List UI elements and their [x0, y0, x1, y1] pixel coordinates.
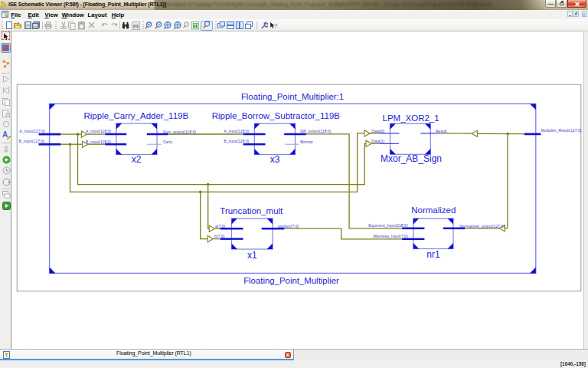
svg-text:Mxor_AB_Sign: Mxor_AB_Sign — [381, 153, 442, 164]
svg-text:B_input(118:0): B_input(118:0) — [224, 139, 249, 143]
svg-text:x2: x2 — [132, 154, 142, 165]
svg-text:LPM_XOR2_1: LPM_XOR2_1 — [383, 113, 439, 123]
svg-text:Data(1): Data(1) — [371, 139, 384, 143]
svg-text:Carry: Carry — [163, 140, 173, 144]
svg-text:Mantissa_Input(7:0): Mantissa_Input(7:0) — [374, 234, 408, 238]
svg-text:Sum_output(118:0): Sum_output(118:0) — [163, 130, 197, 134]
svg-text:nr1: nr1 — [426, 249, 440, 260]
svg-text:Ripple_Carry_Adder_119B: Ripple_Carry_Adder_119B — [84, 111, 189, 120]
svg-text:A_input(118:0): A_input(118:0) — [86, 129, 111, 133]
svg-text:B_input(127:0): B_input(127:0) — [19, 139, 45, 143]
svg-text:Multiplier_Result(127:0): Multiplier_Result(127:0) — [541, 128, 582, 133]
svg-text:x3: x3 — [270, 154, 280, 165]
svg-text:Data(0): Data(0) — [371, 129, 384, 133]
svg-text:Exponent_Input(118:0): Exponent_Input(118:0) — [368, 223, 408, 228]
svg-text:Truncation_mult: Truncation_mult — [220, 206, 283, 215]
svg-text:product(7:0): product(7:0) — [278, 224, 299, 228]
svg-text:x1: x1 — [247, 250, 257, 261]
svg-text:A_input(127:0): A_input(127:0) — [19, 129, 45, 133]
svg-text:Normalized: Normalized — [411, 205, 456, 215]
svg-text:Normalized_output(127:0): Normalized_output(127:0) — [459, 224, 505, 228]
svg-text:Borrow: Borrow — [300, 140, 312, 144]
svg-text:Floating_Point_Multiplier:1: Floating_Point_Multiplier:1 — [241, 92, 344, 101]
svg-text:a(7:0): a(7:0) — [215, 224, 226, 228]
svg-text:b(7:0): b(7:0) — [214, 234, 225, 238]
svg-text:Floating_Point_Multiplier: Floating_Point_Multiplier — [243, 276, 339, 285]
svg-text:Ripple_Borrow_Subtractor_119B: Ripple_Borrow_Subtractor_119B — [212, 111, 341, 120]
svg-text:Diff_output(118:0): Diff_output(118:0) — [300, 129, 332, 133]
svg-text:B_input(118:0): B_input(118:0) — [86, 140, 111, 144]
svg-text:Result: Result — [436, 129, 447, 133]
svg-text:A_input(118:0): A_input(118:0) — [224, 129, 249, 133]
